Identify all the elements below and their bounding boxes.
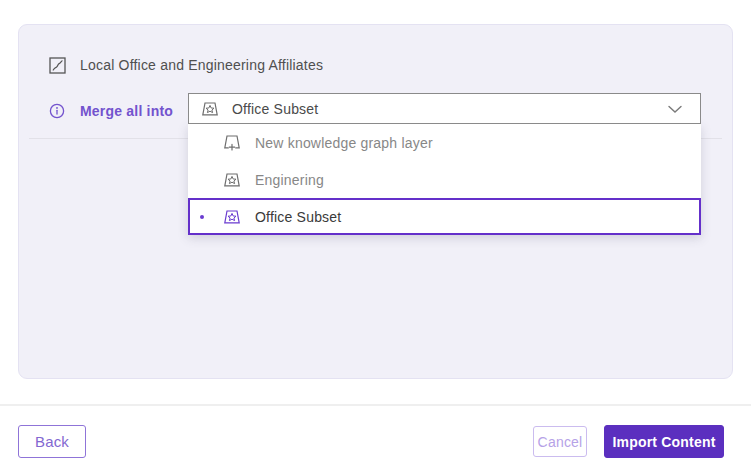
new-knowledge-graph-layer-icon [223, 134, 241, 152]
merge-all-into-row: Merge all into [48, 96, 173, 126]
merge-target-dropdown-menu: New knowledge graph layer Enginering [188, 124, 701, 235]
selected-bullet-icon [200, 215, 204, 219]
dropdown-option-label: Office Subset [255, 209, 341, 225]
dropdown-option-new-knowledge-graph-layer[interactable]: New knowledge graph layer [188, 124, 701, 161]
dropdown-option-label: Enginering [255, 172, 324, 188]
footer-divider [0, 404, 751, 406]
chevron-down-icon [668, 105, 682, 114]
dropdown-option-enginering[interactable]: Enginering [188, 161, 701, 198]
info-icon[interactable] [48, 102, 66, 120]
import-content-button[interactable]: Import Content [604, 425, 724, 458]
merge-all-into-label: Merge all into [80, 103, 173, 119]
source-item-row: Local Office and Engineering Affiliates [48, 50, 323, 80]
dropdown-option-label: New knowledge graph layer [255, 135, 433, 151]
source-item-label: Local Office and Engineering Affiliates [80, 57, 323, 73]
knowledge-graph-layer-icon [223, 208, 241, 226]
merge-target-select[interactable]: Office Subset [188, 93, 701, 124]
link-chart-icon [48, 56, 66, 74]
merge-target-select-value: Office Subset [232, 101, 318, 117]
knowledge-graph-layer-icon [201, 100, 219, 118]
import-content-dialog: Local Office and Engineering Affiliates … [0, 0, 751, 470]
cancel-button[interactable]: Cancel [533, 426, 587, 457]
knowledge-graph-layer-icon [223, 171, 241, 189]
merge-settings-panel: Local Office and Engineering Affiliates … [18, 24, 733, 379]
back-button[interactable]: Back [18, 425, 86, 458]
dropdown-option-office-subset[interactable]: Office Subset [188, 198, 701, 235]
